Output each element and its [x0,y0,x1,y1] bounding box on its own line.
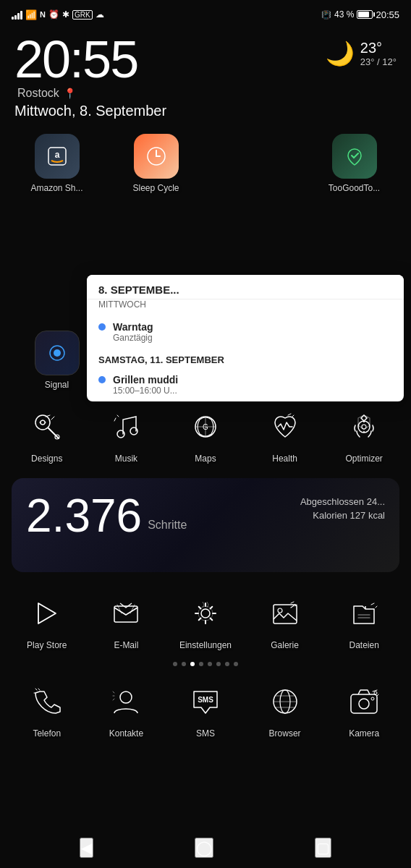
svg-point-22 [278,608,282,613]
weather-block: 🌙 23° 23° / 12° [326,40,397,67]
svg-point-9 [41,420,45,425]
location-row: Rostock 📍 [17,87,397,100]
stat-completed-value: 24... [367,496,385,507]
amazon-icon: a [35,134,80,179]
wifi-icon: 📶 [25,9,37,20]
page-dot-7 [225,662,229,666]
app-amazon[interactable]: a Amazon Sh... [25,134,90,193]
location-text: Rostock [17,87,59,100]
nav-bar: ◀ ◯ ▢ [0,827,411,868]
sms-icon: SMS [183,679,228,724]
steps-label: Schritte [148,519,187,532]
app-playstore[interactable]: Play Store [14,591,80,650]
battery-icon [357,10,373,19]
svg-marker-17 [38,603,56,624]
musik-icon [103,404,148,449]
svg-rect-18 [114,606,137,622]
browser-icon [263,679,308,724]
svg-point-28 [359,699,369,709]
bluetooth-icon: ✱ [62,9,69,20]
cal-event-2-text: Grillen muddi 15:00–16:00 U... [113,374,178,396]
contacts-icon [103,679,148,724]
dateien-label: Dateien [349,640,378,650]
maps-label: Maps [195,454,216,464]
amazon-label: Amazon Sh... [30,183,82,193]
stat-completed: Abgeschlossen 24... [300,496,385,507]
app-galerie[interactable]: Galerie [253,591,318,650]
page-dot-4 [199,662,203,666]
calendar-popup[interactable]: 8. SEPTEMBE... MITTWOCH Warntag Ganztägi… [87,275,404,401]
musik-label: Musik [115,454,137,464]
steps-widget[interactable]: 2.376 Schritte Abgeschlossen 24... Kalor… [12,478,399,572]
vibrate-icon: 📳 [321,10,331,20]
location-pin-icon: 📍 [64,88,76,99]
app-sms[interactable]: SMS SMS [173,679,238,739]
page-dot-1 [173,662,177,666]
status-bar: 📶 N ⏰ ✱ GRK ☁ 📳 43 % 20:55 [0,0,411,26]
battery-percent: 43 % [334,9,354,20]
app-sleep[interactable]: Sleep Cycle [124,134,189,193]
app-contacts[interactable]: Kontakte [93,679,158,739]
camera-label: Kamera [349,728,379,739]
nav-home-button[interactable]: ◯ [195,838,213,858]
app-designs[interactable]: Designs [14,404,80,464]
app-toogood[interactable]: TooGoodTo... [322,134,387,193]
app-email[interactable]: E-Mail [93,591,158,650]
widget-stats: Abgeschlossen 24... Kalorien 127 kcal [300,496,385,524]
app-row-3: Designs Musik G Maps [0,397,411,471]
status-left-icons: 📶 N ⏰ ✱ GRK ☁ [12,9,104,20]
settings-icon [183,591,228,636]
phone-icon [25,679,69,724]
status-time: 20:55 [376,9,399,20]
cal-header: 8. SEPTEMBE... [87,275,404,299]
cal-event-1[interactable]: Warntag Ganztägig [87,315,404,349]
cal-event-2-title: Grillen muddi [113,374,178,386]
nav-back-button[interactable]: ◀ [80,838,93,858]
page-dot-8 [234,662,238,666]
playstore-label: Play Store [27,640,67,650]
status-right-icons: 📳 43 % 20:55 [321,9,399,20]
dock-row: Telefon Kontakte SMS SMS Br [0,672,411,744]
signal-label: Signal [45,380,69,390]
signal-icon [12,9,22,20]
svg-text:a: a [54,150,59,160]
app-dateien[interactable]: Dateien [331,591,397,650]
app-optimizer[interactable]: Optimizer [331,404,397,464]
nav-recent-button[interactable]: ▢ [315,838,331,858]
stat-calories: Kalorien 127 kcal [300,510,385,521]
svg-point-8 [35,415,50,430]
app-row-1: a Amazon Sh... Sleep Cycle T [0,119,411,200]
cal-event-2[interactable]: Grillen muddi 15:00–16:00 U... [87,368,404,401]
app-maps[interactable]: G Maps [173,404,238,464]
temp-main: 23° [360,40,397,56]
app-signal[interactable]: Signal [25,331,90,390]
dateien-icon [342,591,386,636]
designs-label: Designs [31,454,62,464]
cal-section-header: SAMSTAG, 11. SEPTEMBER [87,349,404,368]
cal-event-1-title: Warntag [113,321,153,333]
cal-dot-2 [98,376,106,383]
svg-rect-21 [274,605,297,624]
optimizer-icon [342,404,386,449]
page-dot-3 [190,662,195,666]
app-browser[interactable]: Browser [253,679,318,739]
app-camera[interactable]: Kamera [331,679,397,739]
svg-point-23 [120,692,132,703]
app-settings[interactable]: Einstellungen [173,591,238,650]
alarm-icon: ⏰ [48,9,59,20]
app-phone[interactable]: Telefon [14,679,80,739]
cal-event-1-text: Warntag Ganztägig [113,321,153,343]
camera-icon [342,679,386,724]
email-label: E-Mail [114,640,138,650]
app-musik[interactable]: Musik [93,404,158,464]
app-health[interactable]: Health [253,404,318,464]
page-dots [0,656,411,672]
temp-range: 23° / 12° [360,56,397,67]
svg-text:SMS: SMS [198,696,213,704]
sleep-label: Sleep Cycle [132,183,179,193]
steps-number: 2.376 [26,493,142,539]
phone-label: Telefon [33,728,61,739]
svg-point-29 [371,697,374,700]
galerie-icon [263,591,308,636]
designs-icon [25,404,69,449]
